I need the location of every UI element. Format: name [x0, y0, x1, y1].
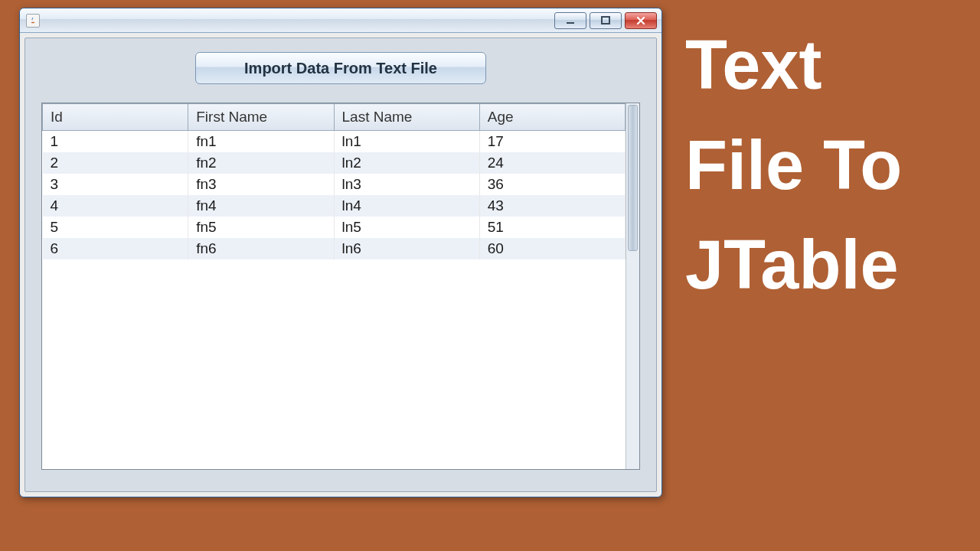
scrollbar-thumb[interactable]	[628, 105, 638, 251]
col-id[interactable]: Id	[43, 104, 188, 131]
cell-first[interactable]: fn1	[188, 131, 334, 153]
cell-age[interactable]: 36	[479, 174, 625, 195]
titlebar[interactable]	[20, 8, 662, 33]
col-lastname[interactable]: Last Name	[334, 104, 479, 131]
data-table-container: Id First Name Last Name Age 1fn1ln1172fn…	[41, 103, 640, 470]
cell-age[interactable]: 43	[479, 195, 625, 217]
cell-first[interactable]: fn4	[188, 195, 334, 217]
cell-last[interactable]: ln5	[334, 217, 479, 238]
cell-age[interactable]: 51	[479, 217, 625, 238]
cell-last[interactable]: ln3	[334, 174, 479, 195]
cell-id[interactable]: 6	[43, 238, 188, 259]
table-row[interactable]: 4fn4ln443	[43, 195, 626, 217]
svg-rect-0	[567, 22, 574, 24]
cell-id[interactable]: 3	[43, 174, 188, 195]
caption-line: File To	[685, 116, 969, 216]
cell-first[interactable]: fn3	[188, 174, 334, 195]
cell-age[interactable]: 60	[479, 238, 625, 259]
table-row[interactable]: 6fn6ln660	[43, 238, 626, 259]
cell-id[interactable]: 1	[43, 131, 188, 153]
cell-last[interactable]: ln6	[334, 238, 479, 259]
caption-line: Text	[685, 15, 969, 116]
cell-age[interactable]: 24	[479, 152, 625, 174]
window-controls	[554, 12, 657, 29]
close-button[interactable]	[625, 12, 657, 29]
svg-rect-1	[602, 17, 609, 24]
table-row[interactable]: 5fn5ln551	[43, 217, 626, 238]
cell-id[interactable]: 2	[43, 152, 188, 174]
cell-first[interactable]: fn5	[188, 217, 334, 238]
cell-last[interactable]: ln4	[334, 195, 479, 217]
java-icon	[26, 14, 40, 28]
cell-last[interactable]: ln1	[334, 131, 479, 153]
import-button[interactable]: Import Data From Text File	[195, 52, 486, 84]
cell-first[interactable]: fn6	[188, 238, 334, 259]
caption-line: JTable	[685, 215, 969, 315]
minimize-button[interactable]	[554, 12, 586, 29]
table-row[interactable]: 1fn1ln117	[43, 131, 626, 153]
table-row[interactable]: 3fn3ln336	[43, 174, 626, 195]
app-window: Import Data From Text File Id First Name…	[19, 8, 662, 497]
col-firstname[interactable]: First Name	[188, 104, 334, 131]
cell-last[interactable]: ln2	[334, 152, 479, 174]
cell-id[interactable]: 4	[43, 195, 188, 217]
maximize-button[interactable]	[590, 12, 622, 29]
thumbnail-caption: Text File To JTable	[685, 15, 969, 315]
client-area: Import Data From Text File Id First Name…	[24, 37, 657, 492]
cell-first[interactable]: fn2	[188, 152, 334, 174]
col-age[interactable]: Age	[479, 104, 625, 131]
data-table[interactable]: Id First Name Last Name Age 1fn1ln1172fn…	[42, 103, 626, 259]
table-header-row: Id First Name Last Name Age	[43, 104, 626, 131]
cell-age[interactable]: 17	[479, 131, 625, 153]
table-row[interactable]: 2fn2ln224	[43, 152, 626, 174]
vertical-scrollbar[interactable]	[626, 103, 639, 469]
cell-id[interactable]: 5	[43, 217, 188, 238]
